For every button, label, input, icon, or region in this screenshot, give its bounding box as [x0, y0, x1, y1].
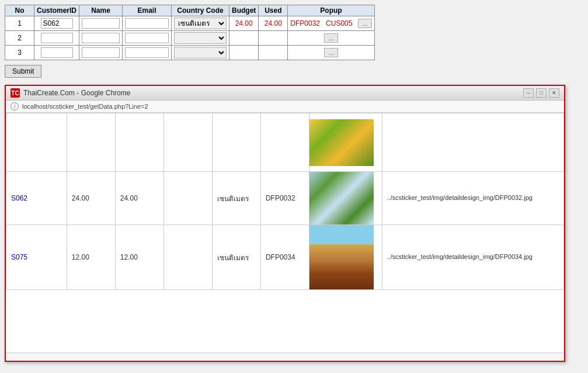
row3-budget	[229, 46, 259, 60]
row1-used-value: 24.00	[265, 19, 282, 27]
row2-no: 2	[5, 31, 34, 46]
row2-popup-button[interactable]: ...	[324, 33, 338, 43]
row3-no: 3	[5, 46, 34, 60]
row3-popup: ...	[288, 46, 374, 60]
row3-popup-button[interactable]: ...	[324, 48, 338, 57]
row1-used: 24.00	[259, 16, 288, 31]
row1-popup-dfp: DFP0032	[290, 19, 320, 27]
row2-countrycode-select[interactable]	[174, 32, 227, 44]
row2-customerid-input[interactable]	[41, 33, 73, 43]
inner-hdr-imginfo	[382, 113, 563, 172]
address-text: localhost/scsticker_test/getData.php?Lin…	[22, 103, 148, 110]
row2-customerid	[34, 31, 79, 46]
inner-s075-product: DFP0034	[260, 225, 309, 290]
inner-row-s062: S062 24.00 24.00 เซนติเมตร DFP0032 ../sc…	[6, 172, 564, 225]
inner-s062-c3	[163, 172, 212, 225]
form-row-2: 2 ...	[5, 31, 375, 46]
inner-s075-imgpath: ../scsticker_test/img/detaildesign_img/D…	[387, 253, 559, 260]
row3-name-input[interactable]	[82, 47, 120, 58]
form-row-1: 1 เซนติเมตร 24.00 24.00 DFP003	[5, 16, 375, 31]
inner-table: S062 24.00 24.00 เซนติเมตร DFP0032 ../sc…	[6, 113, 564, 290]
chrome-title-text: ThaiCreate.Com - Google Chrome	[23, 89, 130, 97]
col-header-countrycode: Country Code	[172, 5, 229, 16]
row3-countrycode-select[interactable]	[174, 47, 227, 58]
inner-row-s075: S075 12.00 12.00 เซนติเมตร DFP0034 ../sc…	[6, 225, 564, 290]
row1-budget: 24.00	[229, 16, 259, 31]
row1-customerid-input[interactable]	[41, 18, 73, 29]
inner-s075-link[interactable]: S075	[6, 225, 67, 290]
row2-countrycode	[172, 31, 229, 46]
col-header-budget: Budget	[229, 5, 259, 16]
inner-s062-country: เซนติเมตร	[212, 172, 260, 225]
submit-button[interactable]: Submit	[5, 65, 41, 78]
inner-s062-val1: 24.00	[67, 172, 115, 225]
chrome-titlebar: TC ThaiCreate.Com - Google Chrome ─ □ ✕	[6, 86, 564, 101]
flower-top-image	[309, 119, 374, 166]
hydrangea-image	[309, 172, 374, 225]
col-header-customerid: CustomerID	[34, 5, 79, 16]
info-icon: i	[11, 102, 19, 110]
chrome-window: TC ThaiCreate.Com - Google Chrome ─ □ ✕ …	[5, 85, 565, 362]
chrome-controls: ─ □ ✕	[523, 88, 559, 98]
inner-row-header	[6, 113, 564, 172]
inner-s062-img	[309, 172, 382, 225]
row2-email-input[interactable]	[125, 33, 169, 43]
maximize-button[interactable]: □	[536, 88, 547, 98]
col-header-email: Email	[123, 5, 172, 16]
minimize-button[interactable]: ─	[523, 88, 534, 98]
inner-s062-val2: 24.00	[115, 172, 163, 225]
row2-name	[79, 31, 123, 46]
chrome-content[interactable]: S062 24.00 24.00 เซนติเมตร DFP0032 ../sc…	[6, 113, 564, 353]
chrome-bottom-scrollbar[interactable]	[6, 353, 564, 361]
row3-customerid	[34, 46, 79, 60]
row3-used	[259, 46, 288, 60]
inner-s075-country: เซนติเมตร	[212, 225, 260, 290]
inner-s062-imgpath: ../scsticker_test/img/detaildesign_img/D…	[387, 194, 559, 201]
inner-s075-val2: 12.00	[115, 225, 163, 290]
row1-popup: DFP0032 CUS005 ...	[288, 16, 374, 31]
inner-hdr-c4	[163, 113, 212, 172]
row1-name-input[interactable]	[82, 18, 120, 29]
chrome-logo-icon: TC	[11, 88, 20, 98]
inner-hdr-c1	[6, 113, 67, 172]
row2-popup: ...	[288, 31, 374, 46]
row2-email	[123, 31, 172, 46]
col-header-name: Name	[79, 5, 123, 16]
inner-s075-c3	[163, 225, 212, 290]
inner-s075-val1: 12.00	[67, 225, 115, 290]
desert-image	[309, 225, 374, 289]
inner-hdr-c6	[260, 113, 309, 172]
row1-no: 1	[5, 16, 34, 31]
row3-email	[123, 46, 172, 60]
row1-email	[123, 16, 172, 31]
row1-popup-button[interactable]: ...	[358, 19, 371, 28]
row1-countrycode-select[interactable]: เซนติเมตร	[174, 18, 227, 29]
col-header-used: Used	[259, 5, 288, 16]
row1-budget-value: 24.00	[235, 19, 253, 27]
close-button[interactable]: ✕	[549, 88, 559, 98]
row1-countrycode: เซนติเมตร	[172, 16, 229, 31]
row3-customerid-input[interactable]	[41, 47, 73, 58]
inner-s062-link[interactable]: S062	[6, 172, 67, 225]
form-table: No CustomerID Name Email Country Code Bu…	[5, 5, 375, 60]
inner-hdr-c5	[212, 113, 260, 172]
inner-s075-imginfo: ../scsticker_test/img/detaildesign_img/D…	[382, 225, 563, 290]
inner-s062-imginfo: ../scsticker_test/img/detaildesign_img/D…	[382, 172, 563, 225]
inner-hdr-c2	[67, 113, 115, 172]
row1-popup-cus: CUS005	[326, 19, 352, 27]
form-row-3: 3 ...	[5, 46, 375, 60]
col-header-no: No	[5, 5, 34, 16]
row1-email-input[interactable]	[125, 18, 169, 29]
row3-name	[79, 46, 123, 60]
inner-s062-product: DFP0032	[260, 172, 309, 225]
row2-used	[259, 31, 288, 46]
row3-email-input[interactable]	[125, 47, 169, 58]
row3-countrycode	[172, 46, 229, 60]
row1-name	[79, 16, 123, 31]
inner-hdr-img	[309, 113, 382, 172]
chrome-addressbar: i localhost/scsticker_test/getData.php?L…	[6, 101, 564, 113]
row2-budget	[229, 31, 259, 46]
row1-customerid	[34, 16, 79, 31]
inner-s075-img	[309, 225, 382, 290]
row2-name-input[interactable]	[82, 33, 120, 43]
